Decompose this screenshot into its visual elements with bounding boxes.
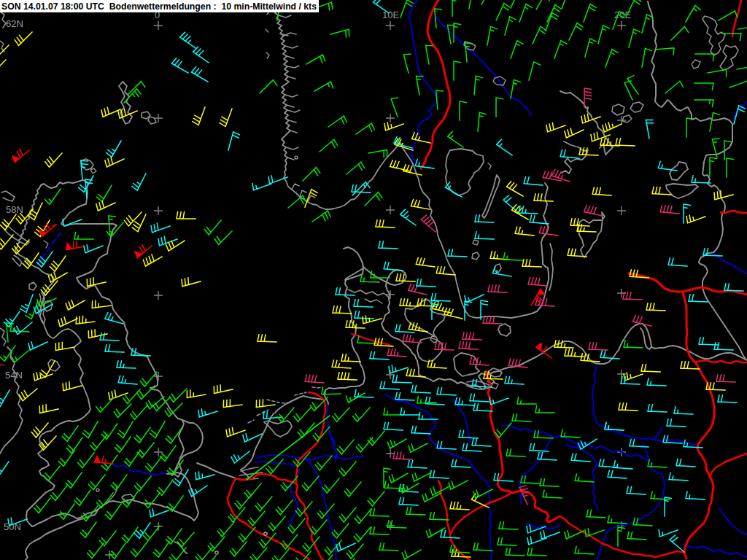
svg-text:10E: 10E <box>382 9 399 20</box>
svg-text:62N: 62N <box>6 18 23 29</box>
svg-text:SON 14.01.07 18:00 UTC Bodenw: SON 14.01.07 18:00 UTC Bodenwettermeldun… <box>1 1 317 12</box>
